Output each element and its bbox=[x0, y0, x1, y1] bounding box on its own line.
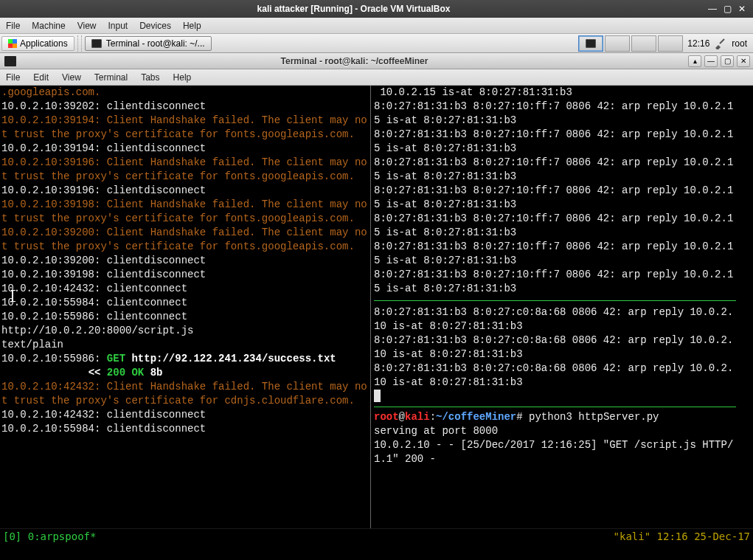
terminal-line: 10.0.2.15 is-at 8:0:27:81:31:b3 bbox=[374, 86, 736, 100]
term-menu-help[interactable]: Help bbox=[173, 72, 192, 83]
vbox-title: kali attacker [Running] - Oracle VM Virt… bbox=[0, 4, 707, 14]
terminal-line: 8:0:27:81:31:b3 8:0:27:10:ff:7 0806 42: … bbox=[374, 100, 736, 128]
minimize-icon[interactable]: — bbox=[707, 4, 718, 14]
pane-right[interactable]: 10.0.2.15 is-at 8:0:27:81:31:b38:0:27:81… bbox=[371, 86, 739, 528]
terminal-line: text/plain bbox=[1, 338, 369, 352]
menu-file[interactable]: File bbox=[6, 21, 20, 31]
terminal-line: 10.0.2.10:39196: clientdisconnect bbox=[1, 184, 369, 198]
httpserver-output: serving at port 800010.0.2.10 - - [25/De… bbox=[374, 424, 736, 466]
shade-icon[interactable]: ▴ bbox=[688, 55, 701, 67]
terminal-line: 10.0.2.10:39198: Client Handshake failed… bbox=[1, 198, 369, 226]
menu-devices[interactable]: Devices bbox=[139, 21, 171, 31]
workspace-1[interactable] bbox=[578, 35, 603, 52]
guest-taskbar: Applications Terminal - root@kali: ~/...… bbox=[0, 34, 753, 53]
user-label[interactable]: root bbox=[727, 38, 752, 49]
tmux-statusbar: [0] 0:arpspoof* "kali" 12:16 25-Dec-17 bbox=[0, 528, 753, 544]
close-icon[interactable]: ✕ bbox=[737, 55, 750, 67]
terminal-line: 8:0:27:81:31:b3 8:0:27:c0:8a:68 0806 42:… bbox=[374, 362, 736, 390]
minimize-icon[interactable]: — bbox=[704, 55, 718, 67]
terminal-body[interactable]: .googleapis.com.10.0.2.10:39202: clientd… bbox=[0, 86, 753, 528]
terminal-title: Terminal - root@kali: ~/coffeeMiner bbox=[21, 56, 688, 66]
terminal-titlebar[interactable]: Terminal - root@kali: ~/coffeeMiner ▴ — … bbox=[0, 53, 753, 69]
prompt-line: root@kali:~/coffeeMiner# python3 httpSer… bbox=[374, 410, 736, 424]
terminal-line: 8:0:27:81:31:b3 8:0:27:c0:8a:68 0806 42:… bbox=[374, 333, 736, 362]
term-menu-view[interactable]: View bbox=[62, 72, 81, 83]
terminal-line: 10.0.2.10:42432: Client Handshake failed… bbox=[1, 380, 369, 408]
terminal-line: 10.0.2.10 - - [25/Dec/2017 12:16:25] "GE… bbox=[374, 438, 736, 466]
term-menu-edit[interactable]: Edit bbox=[33, 72, 49, 83]
terminal-menubar: File Edit View Terminal Tabs Help bbox=[0, 69, 753, 86]
terminal-line: 8:0:27:81:31:b3 8:0:27:c0:8a:68 0806 42:… bbox=[374, 305, 736, 333]
maximize-icon[interactable]: ▢ bbox=[722, 4, 732, 14]
workspace-4[interactable] bbox=[658, 35, 683, 52]
picker-icon[interactable] bbox=[714, 38, 726, 49]
apps-icon bbox=[8, 39, 17, 48]
workspace-3[interactable] bbox=[631, 35, 656, 52]
terminal-line: 8:0:27:81:31:b3 8:0:27:10:ff:7 0806 42: … bbox=[374, 128, 736, 156]
arpspoof-output-mid: 8:0:27:81:31:b3 8:0:27:c0:8a:68 0806 42:… bbox=[374, 305, 736, 390]
taskbar-item-terminal[interactable]: Terminal - root@kali: ~/... bbox=[85, 36, 212, 51]
terminal-line: serving at port 8000 bbox=[374, 424, 736, 438]
terminal-line: 10.0.2.10:39198: clientdisconnect bbox=[1, 268, 369, 282]
taskbar-right: 12:16 root bbox=[578, 35, 752, 52]
cursor-line bbox=[374, 390, 736, 404]
http-get-line: 10.0.2.10:55986: GET http://92.122.241.2… bbox=[1, 352, 369, 366]
http-ok-line: << 200 OK 8b bbox=[1, 366, 369, 380]
pane-divider-horizontal-2[interactable] bbox=[374, 407, 736, 407]
terminal-icon bbox=[91, 39, 102, 48]
arpspoof-output-top: 10.0.2.15 is-at 8:0:27:81:31:b38:0:27:81… bbox=[374, 86, 736, 296]
vbox-titlebar: kali attacker [Running] - Oracle VM Virt… bbox=[0, 0, 753, 18]
tmux-status-left: [0] 0:arpspoof* bbox=[3, 530, 96, 542]
pane-left[interactable]: .googleapis.com.10.0.2.10:39202: clientd… bbox=[0, 86, 370, 528]
terminal-line: http://10.0.2.20:8000/script.js bbox=[1, 324, 369, 338]
vbox-window-controls: — ▢ ✕ bbox=[707, 4, 753, 14]
terminal-line: 8:0:27:81:31:b3 8:0:27:10:ff:7 0806 42: … bbox=[374, 184, 736, 212]
terminal-line: .googleapis.com. bbox=[1, 86, 369, 100]
pane-divider-horizontal[interactable] bbox=[374, 300, 736, 301]
applications-label: Applications bbox=[20, 38, 68, 49]
terminal-line: 10.0.2.10:39196: Client Handshake failed… bbox=[1, 156, 369, 184]
terminal-line: 8:0:27:81:31:b3 8:0:27:10:ff:7 0806 42: … bbox=[374, 156, 736, 184]
menu-machine[interactable]: Machine bbox=[32, 21, 65, 31]
terminal-window-controls: ▴ — ▢ ✕ bbox=[688, 55, 753, 67]
terminal-line: 8:0:27:81:31:b3 8:0:27:10:ff:7 0806 42: … bbox=[374, 212, 736, 240]
vbox-menubar: File Machine View Input Devices Help bbox=[0, 18, 753, 34]
terminal-line: 10.0.2.10:42432: clientdisconnect bbox=[1, 408, 369, 422]
term-menu-tabs[interactable]: Tabs bbox=[141, 72, 159, 83]
terminal-line: 8:0:27:81:31:b3 8:0:27:10:ff:7 0806 42: … bbox=[374, 268, 736, 296]
menu-input[interactable]: Input bbox=[108, 21, 128, 31]
taskbar-item-label: Terminal - root@kali: ~/... bbox=[106, 38, 205, 49]
menu-help[interactable]: Help bbox=[183, 21, 201, 31]
terminal-line: 10.0.2.10:42432: clientconnect bbox=[1, 282, 369, 296]
terminal-line: 10.0.2.10:39200: Client Handshake failed… bbox=[1, 226, 369, 254]
clock: 12:16 bbox=[684, 38, 712, 49]
terminal-line: 10.0.2.10:55984: clientdisconnect bbox=[1, 422, 369, 436]
text-cursor-ibeam bbox=[12, 290, 13, 302]
close-icon[interactable]: ✕ bbox=[737, 4, 747, 14]
menu-view[interactable]: View bbox=[77, 21, 97, 31]
terminal-line: 10.0.2.10:55986: clientconnect bbox=[1, 310, 369, 324]
terminal-icon bbox=[586, 39, 596, 48]
workspace-2[interactable] bbox=[605, 35, 630, 52]
terminal-line: 8:0:27:81:31:b3 8:0:27:10:ff:7 0806 42: … bbox=[374, 240, 736, 268]
applications-button[interactable]: Applications bbox=[1, 36, 74, 51]
terminal-window-icon bbox=[4, 56, 16, 66]
terminal-line: 10.0.2.10:39202: clientdisconnect bbox=[1, 100, 369, 114]
terminal-window: Terminal - root@kali: ~/coffeeMiner ▴ — … bbox=[0, 53, 753, 544]
term-menu-file[interactable]: File bbox=[6, 72, 20, 83]
terminal-line: 10.0.2.10:39194: clientdisconnect bbox=[1, 142, 369, 156]
tmux-status-right: "kali" 12:16 25-Dec-17 bbox=[614, 530, 750, 542]
task-separator bbox=[77, 35, 82, 52]
term-menu-terminal[interactable]: Terminal bbox=[94, 72, 128, 83]
cursor bbox=[374, 390, 381, 402]
maximize-icon[interactable]: ▢ bbox=[721, 55, 734, 67]
terminal-line: 10.0.2.10:39200: clientdisconnect bbox=[1, 254, 369, 268]
terminal-line: 10.0.2.10:39194: Client Handshake failed… bbox=[1, 114, 369, 142]
terminal-line: 10.0.2.10:55984: clientconnect bbox=[1, 296, 369, 310]
